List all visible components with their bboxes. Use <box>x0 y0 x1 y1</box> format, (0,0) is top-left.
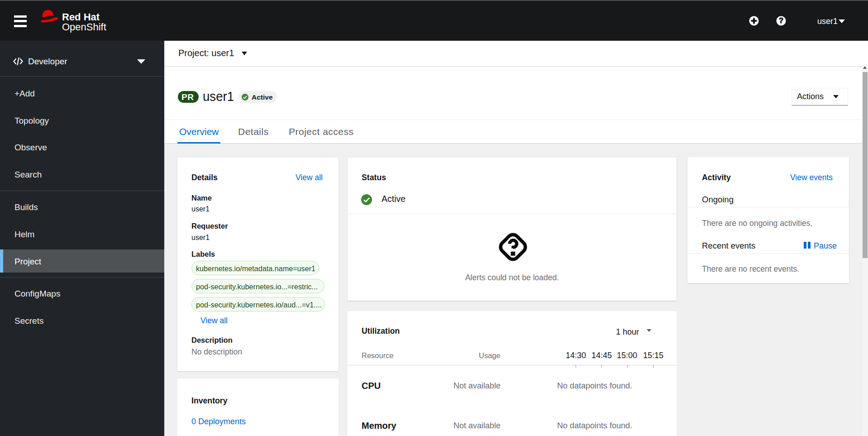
svg-text:?: ? <box>779 16 783 24</box>
